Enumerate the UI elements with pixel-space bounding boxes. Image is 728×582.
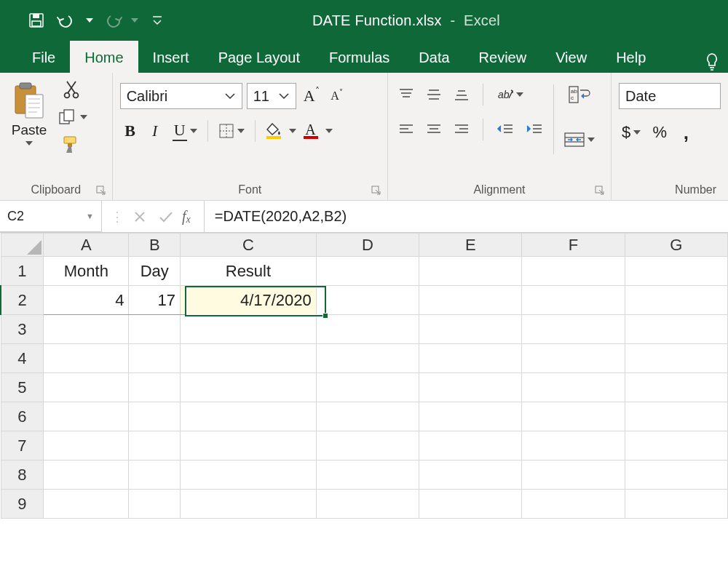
cell-C4[interactable] (181, 344, 317, 373)
decrease-font-button[interactable]: A˅ (327, 84, 347, 108)
cell-A8[interactable] (44, 461, 129, 490)
cell-D1[interactable] (316, 257, 419, 286)
tab-home[interactable]: Home (70, 41, 138, 73)
tab-insert[interactable]: Insert (138, 41, 204, 73)
align-top-button[interactable] (395, 83, 417, 106)
cell-D3[interactable] (316, 315, 419, 344)
undo-dropdown[interactable] (83, 6, 96, 35)
align-left-button[interactable] (395, 118, 417, 141)
col-header-G[interactable]: G (625, 234, 727, 257)
cell-E3[interactable] (419, 315, 522, 344)
cell-F1[interactable] (522, 257, 625, 286)
cell-B5[interactable] (129, 373, 181, 402)
cell-D5[interactable] (316, 373, 419, 402)
cell-F7[interactable] (522, 431, 625, 461)
cell-G6[interactable] (625, 402, 727, 431)
cell-G3[interactable] (625, 315, 727, 344)
enter-formula-button[interactable] (156, 205, 176, 228)
cell-F4[interactable] (522, 344, 625, 373)
qat-customize-button[interactable] (143, 6, 172, 35)
format-painter-button[interactable] (55, 133, 87, 156)
col-header-E[interactable]: E (419, 234, 522, 257)
cell-D2[interactable] (316, 286, 419, 315)
cell-A1[interactable]: Month (44, 257, 129, 286)
font-color-dropdown[interactable] (325, 129, 333, 133)
cell-B7[interactable] (129, 431, 181, 461)
cell-B1[interactable]: Day (129, 257, 181, 286)
fill-color-dropdown[interactable] (289, 129, 296, 133)
cell-A5[interactable] (44, 373, 129, 402)
comma-format-button[interactable]: , (676, 121, 696, 144)
cell-E1[interactable] (419, 257, 522, 286)
copy-button[interactable] (55, 105, 79, 129)
accounting-format-button[interactable]: $ (619, 121, 644, 144)
italic-button[interactable]: I (145, 119, 165, 143)
font-size-combo[interactable]: 11 (247, 83, 296, 109)
cell-E7[interactable] (419, 431, 522, 461)
col-header-F[interactable]: F (522, 234, 625, 257)
cell-E4[interactable] (419, 344, 522, 373)
cell-C9[interactable] (181, 490, 317, 519)
cell-G2[interactable] (625, 286, 727, 315)
decrease-indent-button[interactable] (494, 118, 517, 141)
alignment-dialog-launcher[interactable] (595, 186, 606, 197)
paste-button[interactable]: Paste (7, 81, 51, 146)
align-bottom-button[interactable] (451, 83, 472, 106)
col-header-A[interactable]: A (44, 234, 129, 257)
cell-F2[interactable] (522, 286, 625, 315)
cell-C7[interactable] (181, 431, 317, 461)
row-header-9[interactable]: 9 (1, 490, 44, 519)
fx-icon[interactable]: fx (182, 208, 195, 225)
cell-B6[interactable] (129, 402, 181, 431)
redo-dropdown[interactable] (128, 6, 141, 35)
cell-D9[interactable] (316, 490, 419, 519)
row-header-2[interactable]: 2 (1, 286, 44, 315)
cell-G9[interactable] (625, 490, 727, 519)
increase-font-button[interactable]: A˄ (301, 84, 323, 108)
cell-E5[interactable] (419, 373, 522, 402)
row-header-1[interactable]: 1 (1, 257, 44, 286)
select-all-corner[interactable] (1, 234, 44, 257)
cell-F5[interactable] (522, 373, 625, 402)
cell-D8[interactable] (316, 461, 419, 490)
font-family-combo[interactable]: Calibri (120, 83, 242, 109)
cell-A6[interactable] (44, 402, 129, 431)
cell-B8[interactable] (129, 461, 181, 490)
cell-A9[interactable] (44, 490, 129, 519)
cell-G5[interactable] (625, 373, 727, 402)
cell-E2[interactable] (419, 286, 522, 315)
cell-G4[interactable] (625, 344, 727, 373)
row-header-6[interactable]: 6 (1, 402, 44, 431)
cell-B4[interactable] (129, 344, 181, 373)
tell-me-icon[interactable] (696, 52, 728, 73)
col-header-D[interactable]: D (316, 234, 419, 257)
cell-D7[interactable] (316, 431, 419, 461)
row-header-7[interactable]: 7 (1, 431, 44, 461)
font-dialog-launcher[interactable] (371, 186, 383, 197)
tab-view[interactable]: View (541, 41, 601, 73)
cell-C5[interactable] (181, 373, 317, 402)
row-header-8[interactable]: 8 (1, 461, 44, 490)
col-header-C[interactable]: C (181, 234, 317, 257)
cell-C8[interactable] (181, 461, 317, 490)
tab-help[interactable]: Help (601, 41, 660, 73)
spreadsheet-grid[interactable]: A B C D E F G 1 Month Day Result 2 (0, 233, 728, 519)
cell-G8[interactable] (625, 461, 727, 490)
increase-indent-button[interactable] (523, 118, 546, 141)
row-header-5[interactable]: 5 (1, 373, 44, 402)
cell-C3[interactable] (181, 315, 317, 344)
undo-button[interactable] (52, 6, 82, 35)
cell-E8[interactable] (419, 461, 522, 490)
cell-F6[interactable] (522, 402, 625, 431)
cell-A7[interactable] (44, 431, 129, 461)
tab-data[interactable]: Data (404, 41, 464, 73)
cell-E9[interactable] (419, 490, 522, 519)
borders-button[interactable] (215, 119, 248, 143)
underline-button[interactable]: U (170, 119, 200, 143)
percent-format-button[interactable]: % (649, 121, 670, 144)
tab-formulas[interactable]: Formulas (314, 41, 404, 73)
cell-C2[interactable]: 4/17/2020 (181, 286, 317, 315)
fill-color-button[interactable] (263, 119, 285, 143)
row-header-3[interactable]: 3 (1, 315, 44, 344)
name-box[interactable]: C2 ▼ (0, 201, 102, 232)
